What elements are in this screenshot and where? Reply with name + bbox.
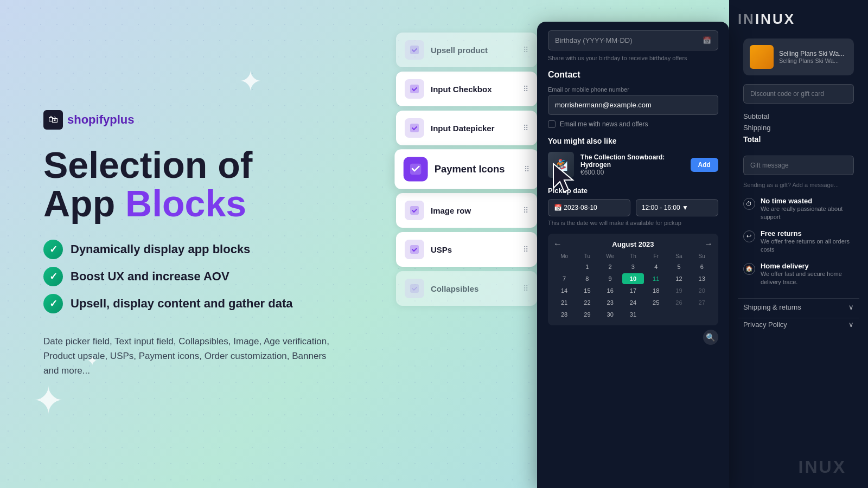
product-card-sidebar: Selling Plans Ski Wa... Selling Plans Sk… — [743, 38, 854, 75]
add-product-button[interactable]: Add — [691, 158, 718, 172]
shipping-row: Shipping — [743, 124, 854, 132]
block-item-usps[interactable]: USPs ⠿ — [396, 232, 537, 267]
newsletter-label: Email me with news and offers — [560, 120, 648, 128]
pickup-date-field[interactable]: 📅 2023-08-10 — [548, 199, 630, 216]
discount-code-field[interactable]: Discount code or gift card — [743, 84, 854, 104]
privacy-policy-link[interactable]: Privacy Policy ∨ — [743, 320, 854, 329]
left-panel: ✦ ✦ ✦ 🛍 shopifyplus Selection of App Blo… — [0, 0, 369, 488]
shop-panel-inner: Birthday (YYYY-MM-DD) 📅 Share with us yo… — [537, 22, 729, 488]
calendar-next-button[interactable]: → — [704, 239, 713, 249]
calendar-header: ← August 2023 → — [553, 239, 713, 249]
drag-icon-checkbox: ⠿ — [523, 85, 528, 93]
gift-message-field[interactable]: Gift message — [743, 156, 854, 175]
free-returns-text: Free returns We offer free returns on al… — [761, 229, 854, 254]
block-item-imagerow[interactable]: Image row ⠿ — [396, 193, 537, 228]
birthday-hint: Share with us your birthday to receive b… — [548, 55, 718, 61]
birthday-field[interactable]: Birthday (YYYY-MM-DD) 📅 — [548, 30, 718, 50]
free-returns-desc: We offer free returns on all orders cost… — [761, 237, 854, 254]
order-summary: Subtotal Shipping Total — [743, 112, 854, 147]
block-icon-checkbox — [405, 79, 424, 99]
product-card-info: Selling Plans Ski Wa... Selling Plans Sk… — [779, 50, 844, 64]
divider-1 — [738, 298, 859, 299]
home-delivery-title: Home delivery — [761, 262, 854, 270]
chevron-down-icon-2: ∨ — [848, 320, 854, 329]
free-returns-title: Free returns — [761, 229, 854, 237]
cursor-arrow — [548, 158, 580, 196]
no-time-wasted-text: No time wasted We are really passionate … — [761, 197, 854, 222]
drag-icon-datepicker: ⠿ — [523, 124, 528, 132]
svg-rect-4 — [410, 206, 419, 215]
subtotal-row: Subtotal — [743, 112, 854, 120]
svg-rect-0 — [410, 46, 419, 54]
shopify-logo: 🛍 shopifyplus — [43, 110, 336, 130]
calendar: ← August 2023 → Mo Tu We Th Fr Sa Su — [548, 234, 718, 325]
panels-wrapper: Upsell product ⠿ Input Checkbox ⠿ Input … — [380, 0, 868, 488]
gift-hint: Sending as a gift? Add a message... — [743, 182, 854, 188]
block-item-payment[interactable]: Payment Icons ⠿ — [394, 149, 538, 189]
subtotal-label: Subtotal — [743, 112, 769, 120]
check-icon-1: ✓ — [43, 240, 63, 259]
block-item-datepicker[interactable]: Input Datepicker ⠿ — [396, 111, 537, 145]
block-label-upsell: Upsell product — [431, 46, 516, 55]
feature-item-3: ✓ Upsell, display content and gather dat… — [43, 294, 336, 313]
shipping-returns-link[interactable]: Shipping & returns ∨ — [743, 303, 854, 311]
home-delivery-item: 🏠 Home delivery We offer fast and secure… — [743, 262, 854, 287]
block-icon-imagerow — [405, 201, 424, 220]
block-icon-datepicker — [405, 118, 424, 138]
product-card-subtitle: Selling Plans Ski Wa... — [779, 57, 844, 64]
product-info: The Collection Snowboard: Hydrogen €600.… — [580, 153, 684, 176]
svg-rect-1 — [410, 85, 419, 93]
feature-item-1: ✓ Dynamically display app blocks — [43, 240, 336, 259]
block-label-imagerow: Image row — [431, 206, 516, 215]
calendar-month: August 2023 — [612, 240, 654, 248]
blocks-column: Upsell product ⠿ Input Checkbox ⠿ Input … — [396, 33, 537, 306]
divider-2 — [738, 318, 859, 318]
block-icon-payment — [404, 157, 428, 182]
feature-list: ✓ Dynamically display app blocks ✓ Boost… — [43, 240, 336, 321]
delivery-icon: 🏠 — [743, 263, 755, 275]
no-time-wasted-desc: We are really passionate about support — [761, 205, 854, 222]
time-slot-field[interactable]: 12:00 - 16:00 ▼ — [636, 199, 718, 216]
block-label-datepicker: Input Datepicker — [431, 124, 516, 133]
feature-item-2: ✓ Boost UX and increase AOV — [43, 267, 336, 286]
block-icon-upsell — [405, 40, 424, 60]
block-item-collapsibles[interactable]: Collapsibles ⠿ — [396, 271, 537, 306]
calendar-days-header: Mo Tu We Th Fr Sa Su — [553, 253, 713, 259]
block-label-collapsibles: Collapsibles — [431, 284, 516, 293]
drag-icon-imagerow: ⠿ — [523, 206, 528, 215]
drag-icon-usps: ⠿ — [523, 245, 528, 254]
hero-title: Selection of App Blocks — [43, 146, 336, 223]
free-returns-item: ↩ Free returns We offer free returns on … — [743, 229, 854, 254]
block-icon-collapsibles — [405, 279, 424, 298]
drag-icon-payment: ⠿ — [524, 165, 529, 174]
newsletter-checkbox[interactable] — [548, 120, 556, 128]
shopify-icon: 🛍 — [43, 110, 63, 130]
shopify-logo-text: shopifyplus — [67, 113, 134, 127]
no-time-wasted-title: No time wasted — [761, 197, 854, 205]
search-icon[interactable]: 🔍 — [703, 330, 718, 345]
chevron-down-icon: ∨ — [848, 303, 854, 311]
block-label-checkbox: Input Checkbox — [431, 85, 516, 94]
shipping-label: Shipping — [743, 124, 771, 132]
star-decoration-2: ✦ — [33, 378, 65, 423]
block-item-checkbox[interactable]: Input Checkbox ⠿ — [396, 72, 537, 106]
svg-rect-6 — [410, 284, 419, 293]
product-card-title: Selling Plans Ski Wa... — [779, 50, 844, 57]
product-card-image — [750, 45, 774, 69]
feature-description: Date picker field, Text input field, Col… — [43, 334, 336, 378]
block-item-upsell[interactable]: Upsell product ⠿ — [396, 33, 537, 67]
email-input[interactable]: morrishermann@example.com — [548, 95, 718, 115]
main-wrapper: ✦ ✦ ✦ 🛍 shopifyplus Selection of App Blo… — [0, 0, 868, 488]
block-icon-usps — [405, 240, 424, 259]
brand-logo: ininux — [738, 11, 859, 28]
total-row: Total — [743, 135, 854, 144]
home-delivery-desc: We offer fast and secure home delivery t… — [761, 270, 854, 287]
email-label: Email or mobile phone number — [548, 86, 718, 93]
calendar-days: 1 2 3 4 5 6 7 8 9 10 11 12 13 14 — [553, 261, 713, 320]
product-name: The Collection Snowboard: Hydrogen — [580, 153, 684, 169]
calendar-prev-button[interactable]: ← — [553, 239, 562, 249]
product-price: €600.00 — [580, 169, 684, 176]
home-delivery-text: Home delivery We offer fast and secure h… — [761, 262, 854, 287]
info-panel: ininux Selling Plans Ski Wa... Selling P… — [729, 0, 868, 488]
newsletter-checkbox-row[interactable]: Email me with news and offers — [548, 120, 718, 128]
